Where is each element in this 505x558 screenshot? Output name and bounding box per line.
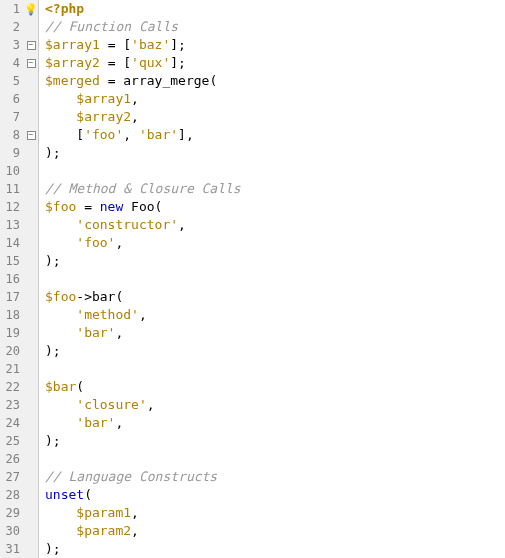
code-line[interactable]: 'bar',	[45, 324, 505, 342]
gutter-row: 23	[0, 396, 38, 414]
code-line[interactable]: 'constructor',	[45, 216, 505, 234]
line-number: 28	[0, 488, 24, 502]
code-line[interactable]: $array2 = ['qux'];	[45, 54, 505, 72]
code-line[interactable]: $param2,	[45, 522, 505, 540]
token-punct: (	[76, 379, 84, 394]
code-line[interactable]: 'foo',	[45, 234, 505, 252]
line-number: 12	[0, 200, 24, 214]
code-line[interactable]	[45, 450, 505, 468]
code-line[interactable]: // Language Constructs	[45, 468, 505, 486]
fold-toggle-icon[interactable]: −	[27, 59, 36, 68]
line-number: 22	[0, 380, 24, 394]
code-line[interactable]: 'bar',	[45, 414, 505, 432]
fold-column: −	[24, 41, 38, 50]
token-punct: (	[209, 73, 217, 88]
code-line[interactable]: 'method',	[45, 306, 505, 324]
token-punct: [	[76, 127, 84, 142]
fold-toggle-icon[interactable]: −	[27, 41, 36, 50]
line-number: 27	[0, 470, 24, 484]
code-area[interactable]: <?php// Function Calls$array1 = ['baz'];…	[39, 0, 505, 558]
code-line[interactable]: 'closure',	[45, 396, 505, 414]
code-line[interactable]: <?php	[45, 0, 505, 18]
code-line[interactable]: ['foo', 'bar'],	[45, 126, 505, 144]
token-keyword: new	[100, 199, 123, 214]
line-number: 14	[0, 236, 24, 250]
code-line[interactable]: // Method & Closure Calls	[45, 180, 505, 198]
gutter-row: 30	[0, 522, 38, 540]
code-line[interactable]: $array1,	[45, 90, 505, 108]
code-line[interactable]: $array1 = ['baz'];	[45, 36, 505, 54]
code-line[interactable]	[45, 270, 505, 288]
token-plain	[76, 199, 84, 214]
token-punct: );	[45, 343, 61, 358]
line-number: 21	[0, 362, 24, 376]
token-keyword: unset	[45, 487, 84, 502]
token-punct: (	[84, 487, 92, 502]
code-line[interactable]: $foo = new Foo(	[45, 198, 505, 216]
token-punct: ,	[115, 415, 123, 430]
gutter-row: 9	[0, 144, 38, 162]
lightbulb-icon[interactable]: 💡	[24, 2, 38, 16]
token-punct: (	[115, 289, 123, 304]
token-comment: // Function Calls	[45, 19, 178, 34]
token-var: $merged	[45, 73, 100, 88]
token-punct: ,	[115, 325, 123, 340]
gutter-row: 21	[0, 360, 38, 378]
line-number: 10	[0, 164, 24, 178]
token-var: $bar	[45, 379, 76, 394]
token-func: array_merge	[123, 73, 209, 88]
token-op: =	[84, 199, 92, 214]
gutter-row: 18	[0, 306, 38, 324]
code-line[interactable]: $param1,	[45, 504, 505, 522]
gutter-row: 15	[0, 252, 38, 270]
token-punct: ,	[115, 235, 123, 250]
gutter-row: 26	[0, 450, 38, 468]
token-plain	[45, 109, 76, 124]
line-number: 3	[0, 38, 24, 52]
line-number: 6	[0, 92, 24, 106]
code-line[interactable]	[45, 162, 505, 180]
code-line[interactable]: $bar(	[45, 378, 505, 396]
gutter-row: 12	[0, 198, 38, 216]
code-line[interactable]: );	[45, 540, 505, 558]
code-line[interactable]: $merged = array_merge(	[45, 72, 505, 90]
code-line[interactable]: $array2,	[45, 108, 505, 126]
gutter-row: 13	[0, 216, 38, 234]
code-line[interactable]	[45, 360, 505, 378]
token-punct: ,	[131, 523, 139, 538]
line-number: 19	[0, 326, 24, 340]
code-line[interactable]: unset(	[45, 486, 505, 504]
code-line[interactable]: );	[45, 432, 505, 450]
line-number: 30	[0, 524, 24, 538]
gutter-row: 11	[0, 180, 38, 198]
token-punct: ,	[139, 307, 147, 322]
gutter: 1💡23−4−5678−9101112131415161718192021222…	[0, 0, 39, 558]
token-punct: ],	[178, 127, 194, 142]
token-string: 'bar'	[76, 415, 115, 430]
token-punct: );	[45, 433, 61, 448]
token-punct: ,	[123, 127, 139, 142]
token-plain	[100, 55, 108, 70]
code-line[interactable]: // Function Calls	[45, 18, 505, 36]
token-plain	[100, 37, 108, 52]
token-plain	[45, 397, 76, 412]
code-line[interactable]: );	[45, 252, 505, 270]
code-line[interactable]: );	[45, 342, 505, 360]
gutter-row: 25	[0, 432, 38, 450]
token-string: 'closure'	[76, 397, 146, 412]
line-number: 20	[0, 344, 24, 358]
gutter-row: 5	[0, 72, 38, 90]
token-punct: ,	[147, 397, 155, 412]
code-line[interactable]: );	[45, 144, 505, 162]
line-number: 7	[0, 110, 24, 124]
token-plain	[100, 73, 108, 88]
fold-toggle-icon[interactable]: −	[27, 131, 36, 140]
gutter-row: 1💡	[0, 0, 38, 18]
fold-column: 💡	[24, 2, 38, 16]
token-plain	[45, 127, 76, 142]
line-number: 8	[0, 128, 24, 142]
line-number: 23	[0, 398, 24, 412]
token-punct: );	[45, 541, 61, 556]
code-line[interactable]: $foo->bar(	[45, 288, 505, 306]
token-plain	[45, 505, 76, 520]
